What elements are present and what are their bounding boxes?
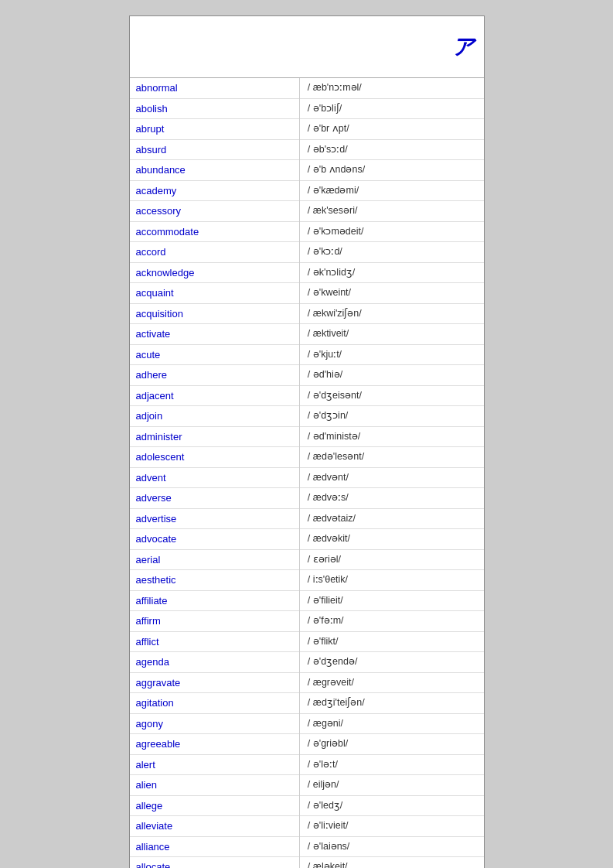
pronunciation-cell: / ə'br ʌpt/ [299, 119, 483, 140]
word-cell[interactable]: alien [130, 775, 300, 796]
word-cell[interactable]: adjacent [130, 385, 300, 406]
word-cell[interactable]: advertise [130, 508, 300, 529]
word-cell[interactable]: adverse [130, 488, 300, 509]
table-row: affirm/ ə'fəːm/ [130, 611, 484, 632]
table-row: administer/ əd'ministə/ [130, 426, 484, 447]
word-cell[interactable]: acquaint [130, 283, 300, 304]
word-cell[interactable]: aerial [130, 549, 300, 570]
pronunciation-cell: / ə'kædəmi/ [299, 180, 483, 201]
word-cell[interactable]: agitation [130, 693, 300, 714]
pronunciation-cell: / æktiveit/ [299, 324, 483, 345]
word-cell[interactable]: accord [130, 242, 300, 263]
word-cell[interactable]: abundance [130, 160, 300, 181]
word-cell[interactable]: alleviate [130, 816, 300, 837]
table-row: allege/ ə'ledʒ/ [130, 795, 484, 816]
table-row: activate/ æktiveit/ [130, 324, 484, 345]
table-row: agreeable/ ə'griəbl/ [130, 734, 484, 755]
word-cell[interactable]: affiliate [130, 590, 300, 611]
table-row: afflict/ ə'flikt/ [130, 631, 484, 652]
table-row: advocate/ ædvəkit/ [130, 529, 484, 550]
pronunciation-cell: / ə'kjuːt/ [299, 344, 483, 365]
pronunciation-cell: / ædvənt/ [299, 467, 483, 488]
table-row: adhere/ əd'hiə/ [130, 365, 484, 386]
pronunciation-cell: / əd'ministə/ [299, 426, 483, 447]
table-row: academy/ ə'kædəmi/ [130, 180, 484, 201]
pronunciation-cell: / iːs'θetik/ [299, 570, 483, 591]
pronunciation-cell: / ə'filieit/ [299, 590, 483, 611]
word-cell[interactable]: agreeable [130, 734, 300, 755]
page: ア abnormal/ æb'nɔːməl/abolish/ ə'bɔliʃ/a… [129, 15, 485, 868]
word-cell[interactable]: agony [130, 713, 300, 734]
table-row: advent/ ædvənt/ [130, 467, 484, 488]
table-row: alliance/ ə'laiəns/ [130, 836, 484, 857]
pronunciation-cell: / əd'hiə/ [299, 365, 483, 386]
table-row: accord/ ə'kɔːd/ [130, 242, 484, 263]
word-cell[interactable]: adhere [130, 365, 300, 386]
table-row: aerial/ ɛəriəl/ [130, 549, 484, 570]
word-cell[interactable]: allocate [130, 857, 300, 869]
table-row: aesthetic/ iːs'θetik/ [130, 570, 484, 591]
table-row: allocate/ æləkeit/ [130, 857, 484, 869]
pronunciation-cell: / ɛəriəl/ [299, 549, 483, 570]
table-row: affiliate/ ə'filieit/ [130, 590, 484, 611]
word-cell[interactable]: allege [130, 795, 300, 816]
table-row: agitation/ ædʒi'teiʃən/ [130, 693, 484, 714]
table-row: acquisition/ ækwi'ziʃən/ [130, 303, 484, 324]
pronunciation-cell: / ædvəːs/ [299, 488, 483, 509]
word-cell[interactable]: academy [130, 180, 300, 201]
pronunciation-cell: / ækwi'ziʃən/ [299, 303, 483, 324]
word-cell[interactable]: aggravate [130, 672, 300, 693]
pronunciation-cell: / ək'nɔlidʒ/ [299, 262, 483, 283]
word-cell[interactable]: activate [130, 324, 300, 345]
table-row: aggravate/ ægrəveit/ [130, 672, 484, 693]
word-cell[interactable]: aesthetic [130, 570, 300, 591]
table-row: acute/ ə'kjuːt/ [130, 344, 484, 365]
pronunciation-cell: / ə'bɔliʃ/ [299, 98, 483, 119]
word-cell[interactable]: abrupt [130, 119, 300, 140]
pronunciation-cell: / ə'laiəns/ [299, 836, 483, 857]
pronunciation-cell: / ə'b ʌndəns/ [299, 160, 483, 181]
table-row: acquaint/ ə'kweint/ [130, 283, 484, 304]
word-cell[interactable]: alert [130, 754, 300, 775]
pronunciation-cell: / ə'fəːm/ [299, 611, 483, 632]
word-cell[interactable]: administer [130, 426, 300, 447]
word-cell[interactable]: adjoin [130, 406, 300, 427]
word-cell[interactable]: advocate [130, 529, 300, 550]
table-row: accessory/ æk'sesəri/ [130, 201, 484, 222]
word-cell[interactable]: acquisition [130, 303, 300, 324]
word-cell[interactable]: agenda [130, 652, 300, 673]
table-row: absurd/ əb'sɔːd/ [130, 139, 484, 160]
table-row: advertise/ ædvətaiz/ [130, 508, 484, 529]
pronunciation-cell: / ə'ləːt/ [299, 754, 483, 775]
pronunciation-cell: / ə'kɔːd/ [299, 242, 483, 263]
pronunciation-cell: / ædʒi'teiʃən/ [299, 693, 483, 714]
pronunciation-cell: / æk'sesəri/ [299, 201, 483, 222]
header: ア [130, 16, 484, 78]
word-cell[interactable]: acute [130, 344, 300, 365]
table-row: abundance/ ə'b ʌndəns/ [130, 160, 484, 181]
pronunciation-cell: / əb'sɔːd/ [299, 139, 483, 160]
pronunciation-cell: / ə'griəbl/ [299, 734, 483, 755]
table-row: abnormal/ æb'nɔːməl/ [130, 78, 484, 98]
word-cell[interactable]: afflict [130, 631, 300, 652]
table-row: agony/ ægəni/ [130, 713, 484, 734]
pronunciation-cell: / ə'flikt/ [299, 631, 483, 652]
word-cell[interactable]: advent [130, 467, 300, 488]
pronunciation-cell: / ædvətaiz/ [299, 508, 483, 529]
pronunciation-cell: / ə'ledʒ/ [299, 795, 483, 816]
table-row: adjacent/ ə'dʒeisənt/ [130, 385, 484, 406]
vocabulary-table: abnormal/ æb'nɔːməl/abolish/ ə'bɔliʃ/abr… [130, 78, 484, 868]
word-cell[interactable]: accommodate [130, 221, 300, 242]
table-row: adjoin/ ə'dʒɔin/ [130, 406, 484, 427]
word-cell[interactable]: adolescent [130, 447, 300, 468]
word-cell[interactable]: absurd [130, 139, 300, 160]
pronunciation-cell: / æb'nɔːməl/ [299, 78, 483, 98]
word-cell[interactable]: acknowledge [130, 262, 300, 283]
pronunciation-cell: / ə'dʒɔin/ [299, 406, 483, 427]
pronunciation-cell: / ægəni/ [299, 713, 483, 734]
word-cell[interactable]: abolish [130, 98, 300, 119]
word-cell[interactable]: abnormal [130, 78, 300, 98]
word-cell[interactable]: alliance [130, 836, 300, 857]
word-cell[interactable]: affirm [130, 611, 300, 632]
word-cell[interactable]: accessory [130, 201, 300, 222]
